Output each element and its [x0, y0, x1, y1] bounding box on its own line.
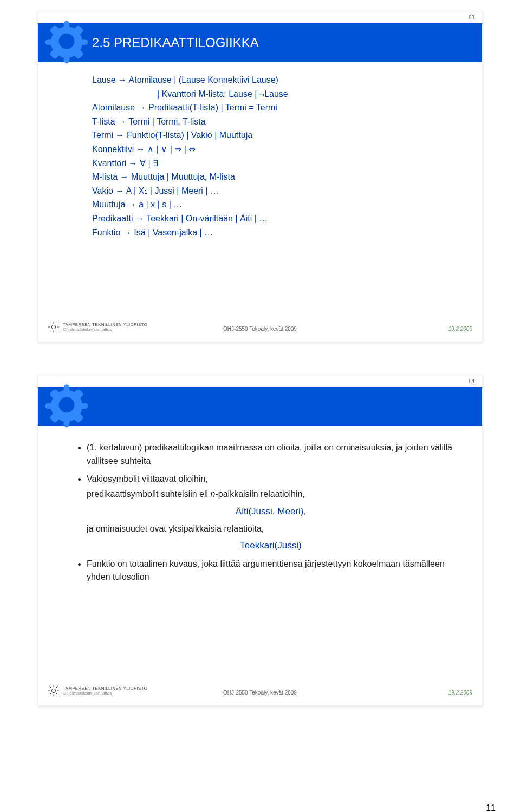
footer-uni-text: TAMPEREEN TEKNILLINEN YLIOPISTO Ohjelmis… [63, 322, 147, 332]
footer-uni1: TAMPEREEN TEKNILLINEN YLIOPISTO [63, 686, 147, 691]
footer-logo: TAMPEREEN TEKNILLINEN YLIOPISTO Ohjelmis… [48, 685, 147, 697]
footer-course: OHJ-2550 Tekoäly, kevät 2009 [223, 326, 297, 332]
gear-icon [42, 381, 91, 429]
svg-line-15 [56, 693, 58, 695]
slide-content: Lause → Atomilause | (Lause Konnektiivi … [38, 62, 482, 250]
footer-date: 19.2.2009 [448, 326, 473, 332]
grammar-line: Kvanttori → ∀ | ∃ [92, 156, 455, 171]
grammar-line: | Kvanttori M-lista: Lause | ¬Lause [92, 87, 455, 101]
footer-uni-text: TAMPEREEN TEKNILLINEN YLIOPISTO Ohjelmis… [63, 686, 147, 696]
text: -paikkaisiin relaatioihin, [215, 489, 304, 499]
title-bar: 2.5 PREDIKAATTILOGIIKKA [38, 23, 482, 62]
grammar-line: Termi → Funktio(T-lista) | Vakio | Muutt… [92, 128, 455, 142]
slide-1: 83 2.5 PREDIKAATTILOGIIKKA Lause → Atomi… [37, 11, 483, 342]
grammar-line: Lause → Atomilause | (Lause Konnektiivi … [92, 73, 455, 87]
svg-line-7 [50, 330, 51, 331]
grammar-line: M-lista → Muuttuja | Muuttuja, M-lista [92, 170, 455, 184]
svg-line-16 [50, 693, 51, 695]
bullet: Funktio on totaalinen kuvaus, joka liitt… [87, 558, 455, 585]
slide-footer: TAMPEREEN TEKNILLINEN YLIOPISTO Ohjelmis… [38, 315, 482, 336]
sun-icon [48, 685, 60, 697]
text: predikaattisymbolit suhteisiin eli [87, 489, 211, 499]
grammar-line: Atomilause → Predikaatti(T-lista) | Term… [92, 101, 455, 115]
svg-line-17 [56, 687, 58, 689]
slide-number: 83 [469, 15, 474, 21]
slide-content: (1. kertaluvun) predikaattilogiikan maai… [38, 426, 482, 599]
slide-2: 84 (1. kertaluvun) predikaattilogiikan m… [37, 375, 483, 706]
svg-line-8 [56, 323, 58, 325]
page: 83 2.5 PREDIKAATTILOGIIKKA Lause → Atomi… [0, 0, 520, 812]
bullet: Vakiosymbolit viittaavat olioihin, predi… [87, 473, 455, 553]
example-blue: Teekkari(Jussi) [87, 539, 455, 553]
grammar-line: Muuttuja → a | x | s | … [92, 198, 455, 212]
footer-course: OHJ-2550 Tekoäly, kevät 2009 [223, 690, 297, 696]
grammar-line: Konnektiivi → ∧ | ∨ | ⇒ | ⇔ [92, 142, 455, 156]
grammar-line: Funktio → Isä | Vasen-jalka | … [92, 226, 455, 240]
bullet-text: Vakiosymbolit viittaavat olioihin, [87, 474, 208, 483]
grammar-line: Vakio → A | X₁ | Jussi | Meeri | … [92, 184, 455, 198]
footer-uni2: Ohjelmistotekniikan laitos [63, 327, 147, 332]
slide-footer: TAMPEREEN TEKNILLINEN YLIOPISTO Ohjelmis… [38, 678, 482, 700]
slide-title: 2.5 PREDIKAATTILOGIIKKA [92, 35, 259, 50]
title-bar [38, 387, 482, 426]
footer-uni2: Ohjelmistotekniikan laitos [63, 691, 147, 696]
gear-icon [42, 17, 91, 66]
bullet-sub: predikaattisymbolit suhteisiin eli n-pai… [87, 488, 455, 501]
grammar-line: T-lista → Termi | Termi, T-lista [92, 115, 455, 129]
page-number: 11 [486, 803, 496, 812]
svg-line-14 [50, 687, 51, 689]
svg-point-0 [51, 325, 55, 329]
slide-number: 84 [469, 378, 474, 384]
example-blue: Äiti(Jussi, Meeri), [87, 505, 455, 519]
footer-uni1: TAMPEREEN TEKNILLINEN YLIOPISTO [63, 322, 147, 327]
svg-point-9 [51, 689, 55, 692]
footer-logo: TAMPEREEN TEKNILLINEN YLIOPISTO Ohjelmis… [48, 321, 147, 333]
bullet: (1. kertaluvun) predikaattilogiikan maai… [87, 441, 455, 468]
svg-line-5 [50, 323, 51, 325]
sun-icon [48, 321, 60, 333]
footer-date: 19.2.2009 [448, 690, 473, 696]
bullet-sub: ja ominaisuudet ovat yksipaikkaisia rela… [87, 522, 455, 536]
svg-line-6 [56, 330, 58, 331]
grammar-line: Predikaatti → Teekkari | On-väriltään | … [92, 212, 455, 226]
